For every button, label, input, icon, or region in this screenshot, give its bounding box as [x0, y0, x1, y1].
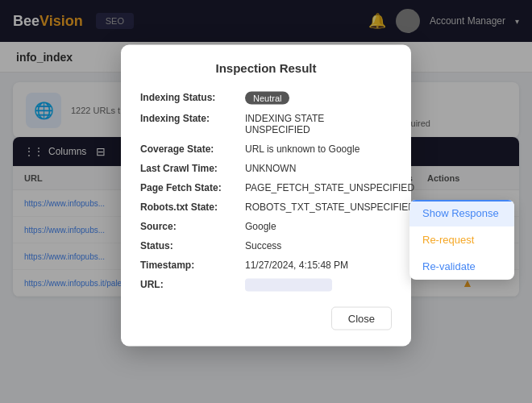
modal-title: Inspection Result: [140, 61, 392, 75]
modal-row-timestamp: Timestamp: 11/27/2024, 4:15:48 PM: [140, 256, 392, 275]
value-url: [245, 279, 332, 292]
label-page-fetch: Page Fetch State:: [140, 182, 245, 193]
value-crawl-time: UNKNOWN: [245, 163, 296, 174]
dropdown-re-request[interactable]: Re-request: [409, 226, 514, 253]
value-timestamp: 11/27/2024, 4:15:48 PM: [245, 260, 348, 271]
modal-row-source: Source: Google: [140, 217, 392, 236]
modal-footer: Close: [140, 307, 392, 330]
modal-row-url: URL:: [140, 275, 392, 296]
label-robots: Robots.txt State:: [140, 202, 245, 213]
actions-dropdown: Show Response Re-request Re-validate: [409, 200, 514, 280]
label-indexing-state: Indexing State:: [140, 113, 245, 124]
label-coverage: Coverage State:: [140, 143, 245, 155]
modal-row-page-fetch: Page Fetch State: PAGE_FETCH_STATE_UNSPE…: [140, 178, 392, 197]
value-coverage: URL is unknown to Google: [245, 143, 360, 155]
dropdown-top-border: [409, 200, 514, 202]
label-url: URL:: [140, 279, 245, 290]
value-robots: ROBOTS_TXT_STATE_UNSPECIFIED: [245, 202, 415, 213]
value-status: Success: [245, 240, 281, 251]
modal-row-indexing-state: Indexing State: INDEXING STATE UNSPECIFI…: [140, 109, 392, 139]
label-timestamp: Timestamp:: [140, 260, 245, 271]
modal-row-status: Status: Success: [140, 236, 392, 256]
badge-neutral: Neutral: [245, 92, 289, 105]
dropdown-re-validate[interactable]: Re-validate: [409, 253, 514, 280]
value-source: Google: [245, 221, 276, 232]
modal-row-coverage: Coverage State: URL is unknown to Google: [140, 139, 392, 159]
label-crawl-time: Last Crawl Time:: [140, 163, 245, 174]
value-page-fetch: PAGE_FETCH_STATE_UNSPECIFIED: [245, 182, 414, 193]
inspection-modal: Inspection Result Indexing Status: Neutr…: [121, 45, 411, 347]
label-indexing-status: Indexing Status:: [140, 92, 245, 103]
dropdown-show-response[interactable]: Show Response: [409, 200, 514, 226]
close-button[interactable]: Close: [331, 307, 392, 330]
label-status: Status:: [140, 240, 245, 251]
modal-row-indexing-status: Indexing Status: Neutral: [140, 88, 392, 109]
modal-row-robots: Robots.txt State: ROBOTS_TXT_STATE_UNSPE…: [140, 197, 392, 217]
modal-row-crawl-time: Last Crawl Time: UNKNOWN: [140, 159, 392, 178]
label-source: Source:: [140, 221, 245, 232]
value-indexing-state: INDEXING STATE UNSPECIFIED: [245, 113, 392, 135]
